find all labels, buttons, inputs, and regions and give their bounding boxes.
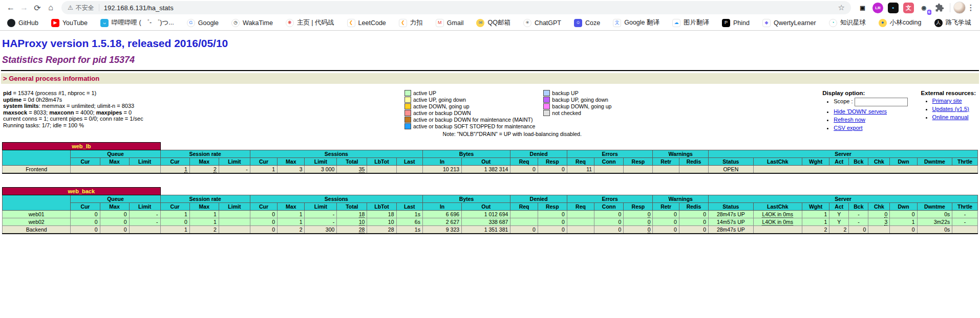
reload-button[interactable]: ⟳ — [31, 1, 44, 14]
section-title: > General process information — [1, 73, 979, 84]
bookmark-item[interactable]: ☺Coze — [574, 19, 600, 27]
column-group-header: Session rate — [160, 150, 250, 158]
bookmark-item[interactable]: ◆QwertyLearner — [762, 19, 816, 27]
bookmark-star-icon[interactable]: ☆ — [838, 3, 845, 12]
legend-swatch — [543, 110, 550, 116]
address-bar[interactable]: ⚠ 不安全 192.168.6.131/ha_stats ☆ — [61, 1, 851, 14]
bookmark-item[interactable]: ❋主页 | 代码战 — [286, 18, 334, 27]
wappalyzer-ext-icon[interactable]: ◉6 — [919, 3, 929, 13]
display-option-link[interactable]: Refresh now — [834, 117, 865, 123]
bookmark-item[interactable]: ✉QQ邮箱 — [476, 18, 510, 27]
stat-value-tooltip: 0 — [648, 211, 651, 218]
forward-button[interactable]: → — [17, 1, 31, 14]
legend-swatch-cell — [404, 110, 411, 117]
browser-menu-icon[interactable]: ⋮ — [966, 3, 976, 12]
bookmark-item[interactable]: ✳ChatGPT — [523, 19, 561, 27]
legend-label-cell: active UP, going down — [411, 97, 543, 103]
display-option-link[interactable]: CSV export — [834, 125, 862, 131]
external-resource-link[interactable]: Primary site — [932, 98, 962, 104]
home-button[interactable]: ⌂ — [44, 1, 57, 14]
bookmark-item[interactable]: ◷WakaTime — [231, 19, 273, 27]
bookmark-item[interactable]: MGmail — [436, 19, 464, 27]
bookmark-favicon: ☁ — [672, 19, 680, 27]
stat-cell: 0 — [679, 226, 708, 234]
column-header: Cur — [160, 158, 189, 166]
bookmark-item[interactable]: ❮力扣 — [399, 18, 423, 27]
bookmark-favicon: M — [436, 19, 444, 27]
legend-table: active UPbackup UPactive UP, going downb… — [404, 90, 620, 130]
bookmark-item[interactable]: PPhind — [722, 19, 750, 27]
bookmark-label: LeetCode — [358, 19, 386, 27]
stat-cell: 0 — [624, 218, 653, 226]
legend-swatch-cell — [404, 90, 411, 97]
bookmark-item[interactable]: ▶YouTube — [51, 19, 88, 27]
not-secure-label: 不安全 — [76, 4, 94, 12]
legend-row: active UPbackup UP — [404, 90, 620, 97]
extension-badge: 6 — [927, 10, 931, 15]
bookmark-item[interactable]: ◔知识星球 — [829, 18, 866, 27]
stat-cell: 1 351 381 — [462, 226, 510, 234]
bookmark-item[interactable]: ●小林coding — [879, 18, 922, 27]
bookmark-item[interactable]: GitHub — [7, 19, 38, 27]
external-resource-link[interactable]: Online manual — [932, 114, 969, 120]
stat-cell: 0 — [510, 226, 538, 234]
column-header: Redis — [679, 158, 708, 166]
column-header: Dwntme — [917, 158, 952, 166]
darkreader-icon[interactable]: ▣ — [857, 3, 868, 13]
back-button[interactable]: ← — [4, 1, 17, 14]
legend-swatch-cell — [543, 90, 550, 97]
stat-cell: Y — [829, 218, 849, 226]
column-header: Chk — [868, 158, 890, 166]
stat-cell: 0 — [100, 226, 129, 234]
column-group-header: Bytes — [422, 150, 510, 158]
bookmark-favicon: 人 — [934, 19, 943, 27]
stat-cell: 0 — [679, 211, 708, 218]
display-option-link[interactable]: Hide 'DOWN' servers — [834, 108, 887, 115]
stat-cell: 6 696 — [422, 211, 461, 218]
stat-value-tooltip: 0 — [648, 219, 651, 225]
stat-cell — [219, 211, 250, 218]
bookmark-item[interactable]: ᴗ哔哩哔哩 ( ゜- ゜)つ... — [100, 18, 174, 27]
column-header: Max — [278, 203, 305, 211]
column-header: Act — [829, 203, 849, 211]
page-title[interactable]: HAProxy version 1.5.18, released 2016/05… — [2, 37, 979, 50]
translate-ext-icon[interactable]: 文 — [903, 3, 914, 13]
profile-avatar[interactable] — [953, 2, 966, 14]
column-header: LbTot — [367, 203, 396, 211]
lr-ext-icon[interactable]: LR — [872, 3, 883, 13]
bookmark-item[interactable]: GGoogle — [187, 19, 219, 27]
video-ext-icon[interactable]: ▪ — [888, 3, 899, 13]
bookmark-label: 知识星球 — [840, 18, 866, 27]
bookmark-item[interactable]: ☁图片翻译 — [672, 18, 709, 27]
external-resource-link[interactable]: Updates (v1.5) — [932, 106, 969, 112]
site-security-chip[interactable]: ⚠ 不安全 — [68, 4, 94, 12]
legend-label-cell — [550, 117, 620, 123]
header-corner-cell — [3, 195, 71, 211]
column-header: Retr — [653, 158, 679, 166]
stat-cell: 3 — [278, 166, 305, 174]
column-group-header: Warnings — [653, 150, 709, 158]
stat-cell: 0 — [653, 211, 679, 218]
stat-cell: 0 — [594, 218, 624, 226]
display-option-title: Display option: — [822, 90, 907, 96]
external-resource-item: Primary site — [932, 98, 976, 104]
stat-cell — [567, 211, 594, 218]
stat-value-tooltip: 1 — [184, 166, 187, 173]
extensions-puzzle-icon[interactable] — [934, 3, 945, 13]
stat-cell: 6s — [396, 218, 422, 226]
column-header: Req — [510, 158, 538, 166]
legend-swatch — [404, 97, 411, 103]
stat-value-tooltip: 28 — [359, 226, 365, 233]
stat-cell: 338 687 — [462, 218, 510, 226]
stat-cell: 0 — [538, 226, 567, 234]
column-header: Wght — [802, 158, 829, 166]
bookmark-favicon: ◔ — [829, 19, 837, 27]
bookmark-item[interactable]: 文Google 翻译 — [613, 18, 659, 27]
stat-cell: 1s — [396, 226, 422, 234]
not-secure-warning-icon: ⚠ — [68, 4, 73, 11]
bookmark-item[interactable]: 人路飞学城 — [934, 18, 971, 27]
bookmark-favicon: ❋ — [286, 19, 294, 27]
column-group-header: Queue — [71, 195, 160, 203]
bookmark-item[interactable]: ❮LeetCode — [347, 19, 386, 27]
scope-input[interactable] — [855, 98, 908, 106]
